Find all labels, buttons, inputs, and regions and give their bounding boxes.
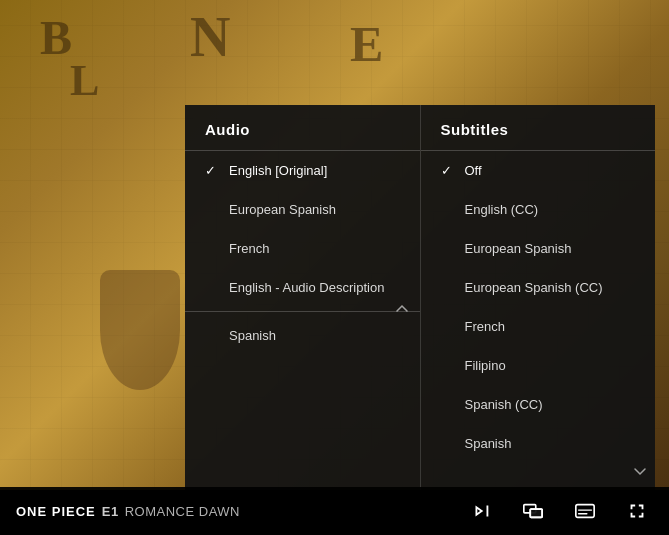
check-icon: ✓ [205, 163, 221, 178]
check-icon-empty [205, 202, 221, 217]
audio-options-list: ✓ English [Original] European Spanish Fr… [185, 151, 420, 490]
map-letter-b: B [40, 10, 72, 65]
audio-option-label: Spanish [229, 328, 400, 343]
subtitles-options-list: ✓ Off English (CC) European Spanish Euro… [421, 151, 656, 490]
settings-panel: Audio ✓ English [Original] European Span… [185, 105, 655, 490]
check-icon-empty [441, 280, 457, 295]
subtitle-option-off[interactable]: ✓ Off [421, 151, 656, 190]
show-title: ONE PIECE [16, 504, 96, 519]
subtitles-scroll-down[interactable] [633, 464, 647, 482]
audio-section-header: Audio [185, 105, 420, 150]
audio-option-french[interactable]: French [185, 229, 420, 268]
subtitle-option-french[interactable]: French [421, 307, 656, 346]
map-letter-l: L [70, 55, 99, 106]
audio-scroll-up[interactable] [392, 299, 412, 319]
subtitle-option-label: European Spanish [465, 241, 636, 256]
check-icon-empty [205, 280, 221, 295]
check-icon: ✓ [441, 163, 457, 178]
subtitle-option-label: Filipino [465, 358, 636, 373]
audio-option-spanish[interactable]: Spanish [185, 316, 420, 355]
audio-option-label: English [Original] [229, 163, 400, 178]
subtitle-option-label: Off [465, 163, 636, 178]
subtitle-option-european-spanish[interactable]: European Spanish [421, 229, 656, 268]
audio-option-european-spanish[interactable]: European Spanish [185, 190, 420, 229]
audio-option-english-audio-desc[interactable]: English - Audio Description [185, 268, 420, 307]
subtitle-option-european-spanish-cc[interactable]: European Spanish (CC) [421, 268, 656, 307]
screen-modes-icon [522, 500, 544, 522]
audio-option-english-original[interactable]: ✓ English [Original] [185, 151, 420, 190]
check-icon-empty [441, 202, 457, 217]
next-episode-icon [470, 500, 492, 522]
audio-divider-2 [185, 311, 420, 312]
audio-option-label: European Spanish [229, 202, 400, 217]
check-icon-empty [441, 241, 457, 256]
chevron-up-icon [395, 302, 409, 316]
subtitles-section: Subtitles ✓ Off English (CC) European Sp… [420, 105, 656, 490]
audio-option-label: English - Audio Description [229, 280, 400, 295]
check-icon-empty [441, 397, 457, 412]
subtitle-option-label: European Spanish (CC) [465, 280, 636, 295]
subtitle-option-label: English (CC) [465, 202, 636, 217]
svg-rect-1 [530, 509, 542, 517]
check-icon-empty [441, 358, 457, 373]
map-letter-e: E [350, 15, 383, 73]
fullscreen-button[interactable] [621, 495, 653, 527]
subtitles-button[interactable] [569, 495, 601, 527]
map-letter-n: N [190, 5, 230, 69]
subtitle-option-label: French [465, 319, 636, 334]
subtitle-option-filipino[interactable]: Filipino [421, 346, 656, 385]
fullscreen-icon [626, 500, 648, 522]
subtitles-section-header: Subtitles [421, 105, 656, 150]
audio-section: Audio ✓ English [Original] European Span… [185, 105, 420, 490]
audio-option-label: French [229, 241, 400, 256]
screen-modes-button[interactable] [517, 495, 549, 527]
check-icon-empty [441, 436, 457, 451]
subtitles-icon [574, 500, 596, 522]
ship-figure-decoration [100, 270, 180, 390]
episode-number: E1 [102, 504, 119, 519]
subtitle-option-spanish-cc[interactable]: Spanish (CC) [421, 385, 656, 424]
check-icon-empty [441, 319, 457, 334]
playback-controls [465, 495, 653, 527]
chevron-down-icon [633, 464, 647, 478]
next-episode-button[interactable] [465, 495, 497, 527]
episode-name: ROMANCE DAWN [125, 504, 240, 519]
subtitle-option-label: Spanish [465, 436, 636, 451]
subtitle-option-spanish[interactable]: Spanish [421, 424, 656, 463]
bottom-bar: ONE PIECE E1 ROMANCE DAWN [0, 487, 669, 535]
check-icon-empty [205, 241, 221, 256]
svg-rect-3 [576, 505, 594, 518]
show-info: ONE PIECE E1 ROMANCE DAWN [16, 504, 465, 519]
check-icon-empty [205, 328, 221, 343]
subtitle-option-label: Spanish (CC) [465, 397, 636, 412]
subtitle-option-english-cc[interactable]: English (CC) [421, 190, 656, 229]
